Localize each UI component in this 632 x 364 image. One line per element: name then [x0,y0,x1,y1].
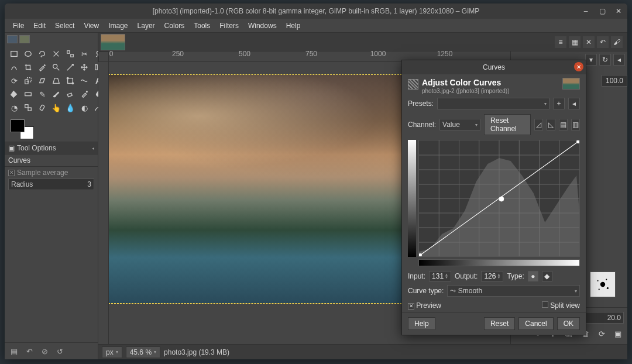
ellipse-select-tool[interactable] [22,48,34,60]
menu-view[interactable]: View [79,20,104,31]
histogram-log-icon[interactable]: ▥ [571,119,580,131]
svg-point-19 [600,282,605,287]
curve-linear-icon[interactable]: ◿ [534,119,543,131]
eraser-tool[interactable] [64,88,76,100]
svg-point-5 [53,64,57,68]
point-type-smooth[interactable]: ● [528,271,538,281]
preset-add-button[interactable]: + [553,98,565,109]
sample-average-checkbox[interactable]: ✕ [8,170,15,176]
dock-icon-2[interactable]: ▦ [569,36,581,48]
ok-button[interactable]: OK [557,317,580,330]
curve-graph[interactable] [418,140,580,257]
scale-tool[interactable] [22,75,34,87]
menu-filters[interactable]: Filters [215,20,243,31]
fg-color[interactable] [11,119,25,132]
preview-checkbox[interactable]: ✕ [408,303,414,310]
gradient-tool[interactable] [22,88,34,100]
delete-options-icon[interactable]: ⊘ [39,345,50,357]
unit-select[interactable]: px▾ [102,346,122,358]
image-tab[interactable] [101,34,125,50]
save-options-icon[interactable]: ▤ [8,345,20,357]
rp-close-icon[interactable]: ◂ [613,54,625,66]
svg-point-1 [25,51,32,57]
rp-refresh-icon[interactable]: ⟳ [596,328,607,339]
reset-options-icon[interactable]: ↺ [54,345,66,357]
zoom-tool[interactable] [50,61,62,73]
menubar: File Edit Select View Image Layer Colors… [5,19,627,33]
reset-button[interactable]: Reset [484,317,515,330]
dock-icon-1[interactable]: ≡ [555,36,566,48]
crop-tool[interactable] [22,61,34,73]
reset-channel-button[interactable]: Reset Channel [484,114,531,135]
color-picker-tool[interactable] [36,61,48,73]
rect-select-tool[interactable] [8,48,20,60]
ruler-vertical[interactable] [98,62,109,344]
histogram-linear-icon[interactable]: ▤ [559,119,568,131]
zoom-input[interactable]: 100.0 [602,75,627,87]
paintbrush-tool[interactable] [50,88,62,100]
fuzzy-select-tool[interactable] [50,48,62,60]
tool-options-tab[interactable]: ▣ Tool Options◂ [5,142,98,154]
channel-combo[interactable]: Value▾ [439,119,480,131]
point-type-corner[interactable]: ◆ [542,271,552,281]
radius-field[interactable]: Radius 3 [8,178,94,190]
menu-tools[interactable]: Tools [189,20,215,31]
rp-menu-icon[interactable]: ↻ [599,54,611,66]
rotate-tool[interactable]: ⟳ [8,75,20,87]
menu-windows[interactable]: Windows [243,20,281,31]
by-color-select-tool[interactable] [64,48,76,60]
zoom-select[interactable]: 45.6 %▾ [126,346,160,358]
dialog-close-button[interactable]: ✕ [574,62,583,71]
paths-tool[interactable] [8,61,20,73]
maximize-button[interactable]: ▢ [597,6,607,16]
perspective-tool[interactable] [50,75,62,87]
curve-log-icon[interactable]: ◺ [547,119,555,131]
menu-file[interactable]: File [8,20,29,31]
fg-bg-colors[interactable] [11,119,34,139]
menu-colors[interactable]: Colors [160,20,190,31]
close-button[interactable]: ✕ [613,6,624,16]
handle-transform-tool[interactable] [78,75,90,87]
menu-layer[interactable]: Layer [133,20,160,31]
menu-edit[interactable]: Edit [29,20,50,31]
shear-tool[interactable] [36,75,48,87]
dodge-tool[interactable]: ◐ [78,102,90,114]
blur-tool[interactable]: 💧 [64,102,76,114]
window-titlebar[interactable]: [photo3] (imported)-1.0 (RGB color 8-bit… [5,4,627,19]
airbrush-tool[interactable] [78,88,90,100]
lasso-tool[interactable] [36,48,48,60]
statusbar: px▾ 45.6 %▾ photo3.jpg (19.3 MB) [98,344,627,359]
smudge-tool[interactable]: 👆 [50,102,62,114]
preset-menu-button[interactable]: ◂ [568,98,580,109]
measure-tool[interactable] [64,61,76,73]
menu-help[interactable]: Help [281,20,305,31]
scissors-tool[interactable]: ✂ [78,48,90,60]
brush-preview[interactable] [590,272,616,297]
bucket-fill-tool[interactable] [8,88,20,100]
restore-options-icon[interactable]: ↶ [23,345,35,357]
dock-icon-3[interactable]: ✕ [583,36,595,48]
clone-tool[interactable] [22,102,34,114]
dialog-titlebar[interactable]: Curves ✕ [402,60,586,74]
transform-tool[interactable] [64,75,76,87]
recent-color-a[interactable] [7,35,18,43]
dock-icon-4[interactable]: ↶ [597,36,609,48]
heal-tool[interactable] [36,102,48,114]
move-tool[interactable] [78,61,90,73]
rp-collapse-icon[interactable]: ▾ [585,54,597,66]
output-spinner[interactable]: 126▲▼ [481,271,503,281]
minimize-button[interactable]: – [581,6,591,16]
menu-image[interactable]: Image [104,20,132,31]
dock-icon-5[interactable]: 🖌 [611,36,623,48]
mypaint-tool[interactable]: ◔ [8,102,20,114]
help-button[interactable]: Help [408,317,435,330]
split-view-checkbox[interactable] [542,301,548,308]
menu-select[interactable]: Select [50,20,79,31]
recent-color-b[interactable] [19,35,30,43]
curve-type-combo[interactable]: ⤳ Smooth▾ [447,285,580,297]
cancel-button[interactable]: Cancel [518,317,553,330]
pencil-tool[interactable]: ✎ [36,88,48,100]
rp-open-icon[interactable]: ▣ [612,328,624,339]
input-spinner[interactable]: 131▲▼ [429,271,451,281]
presets-combo[interactable]: ▾ [437,98,549,109]
